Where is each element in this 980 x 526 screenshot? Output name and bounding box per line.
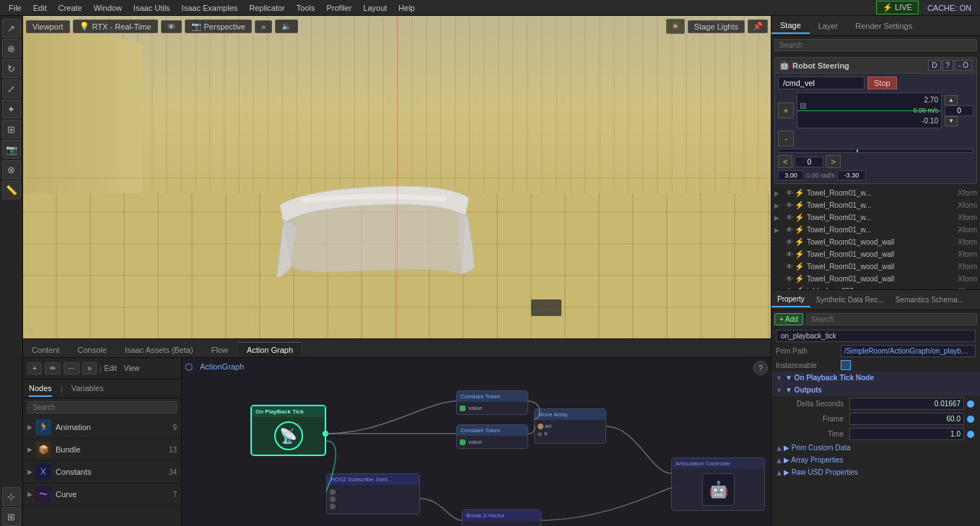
edit-label[interactable]: Edit: [105, 364, 117, 372]
prim-custom-section[interactable]: ▶ ▶ Prim Custom Data: [771, 442, 980, 454]
menu-isaac-examples[interactable]: Isaac Examples: [176, 2, 244, 14]
more-btn[interactable]: ···: [64, 362, 79, 374]
stage-list-item[interactable]: ▶ 👁 ⚡ Towel_Room01_w... Xform: [771, 224, 980, 236]
stage-list-item[interactable]: ▶ 👁 ⚡ Towel_Room01_w... Xform: [771, 187, 980, 199]
graph-canvas[interactable]: ⬡ ActionGraph ? On PlayBack Tick 📡: [182, 358, 771, 526]
vis-icon[interactable]: 👁: [786, 214, 793, 222]
prop-search-input[interactable]: [806, 313, 977, 325]
camera-eye-btn[interactable]: 👁: [161, 20, 182, 33]
node-ros2-subscribe[interactable]: ROS2 Subscribe Joint...: [326, 473, 420, 514]
prop-tab-property[interactable]: Property: [771, 292, 810, 307]
help-btn[interactable]: ?: [753, 361, 768, 375]
subtab-nodes[interactable]: Nodes: [29, 381, 52, 397]
rs-d-btn[interactable]: D: [928, 60, 940, 71]
rs-speed1[interactable]: [778, 170, 804, 180]
rs-stop-btn[interactable]: Stop: [867, 76, 897, 89]
stage-tab-layer[interactable]: Layer: [810, 19, 847, 33]
toolbar-transform[interactable]: ✦: [2, 100, 21, 118]
list-item[interactable]: ▶ 📦 Bundle 13: [23, 439, 181, 461]
stage-list-item[interactable]: 👁 ⚡ Towel_Room01_wood_wall Xform: [771, 260, 980, 273]
edit-btn[interactable]: ✏: [45, 362, 61, 374]
node-move-array[interactable]: Move Array arr ✕: [534, 408, 606, 444]
tab-console[interactable]: Console: [69, 342, 116, 357]
stage-tab-render[interactable]: Render Settings: [846, 19, 921, 33]
rs-center-val2[interactable]: [795, 157, 823, 167]
rs-minus-btn[interactable]: -: [778, 131, 794, 146]
rs-question-btn[interactable]: ?: [942, 60, 954, 71]
pin-btn[interactable]: 📌: [748, 19, 768, 33]
menu-file[interactable]: File: [3, 2, 27, 14]
viewport[interactable]: Viewport 💡 RTX - Real-Time 👁 📷 Perspecti…: [23, 16, 771, 338]
menu-tools[interactable]: Tools: [291, 2, 321, 14]
stage-lights-btn[interactable]: Stage Lights: [688, 20, 745, 33]
menu-isaac-utils[interactable]: Isaac Utils: [128, 2, 176, 14]
prop-node-section[interactable]: ▼ ▼ On Playback Tick Node: [771, 372, 980, 384]
chevron-btn[interactable]: »: [255, 20, 272, 33]
prop-outputs-section[interactable]: ▼ ▼ Outputs: [771, 384, 980, 396]
sun-btn[interactable]: ☀: [666, 19, 685, 34]
menu-create[interactable]: Create: [53, 2, 88, 14]
view-mode-btn[interactable]: 📷 Perspective: [185, 19, 252, 33]
render-mode-btn[interactable]: 💡 RTX - Real-Time: [73, 19, 158, 33]
toolbar-move[interactable]: ⊕: [2, 39, 21, 58]
toolbar-camera[interactable]: 📷: [2, 140, 21, 159]
vis-icon[interactable]: 👁: [786, 275, 793, 283]
view-label[interactable]: View: [124, 364, 140, 372]
vis-icon[interactable]: 👁: [786, 238, 793, 246]
instanceable-checkbox[interactable]: [841, 360, 851, 370]
add-node-btn[interactable]: +: [27, 362, 42, 374]
rs-h-slider[interactable]: [778, 149, 974, 153]
list-item[interactable]: ▶ 🏃 Animation 9: [23, 416, 181, 439]
list-item[interactable]: ▶ 〜 Curve 7: [23, 483, 181, 506]
subtab-variables[interactable]: Variables: [71, 381, 104, 397]
stage-list-item[interactable]: 👁 ⚡ Towel_Room01_wood_wall Xform: [771, 273, 980, 285]
toolbar-measure[interactable]: 📏: [2, 180, 21, 199]
toolbar-snap[interactable]: ⊞: [2, 120, 21, 139]
toolbar-grid[interactable]: ⊞: [2, 507, 21, 526]
node-constant-token-2[interactable]: Constant Token value: [456, 424, 528, 449]
rs-plus-btn[interactable]: +: [778, 102, 794, 118]
stage-tab-stage[interactable]: Stage: [771, 18, 810, 34]
list-item[interactable]: ▶ X Constants 34: [23, 461, 181, 483]
toolbar-cursor[interactable]: ⊹: [2, 487, 21, 506]
prop-add-btn[interactable]: + Add: [774, 313, 803, 325]
menu-window[interactable]: Window: [88, 2, 128, 14]
raw-usd-section[interactable]: ▶ ▶ Raw USD Properties: [771, 466, 980, 478]
prop-name-value[interactable]: on_playback_tick: [776, 330, 976, 342]
rs-spin-down[interactable]: ▼: [945, 116, 958, 126]
menu-layout[interactable]: Layout: [357, 2, 393, 14]
array-props-section[interactable]: ▶ ▶ Array Properties: [771, 454, 980, 466]
toolbar-scale[interactable]: ⤢: [2, 79, 21, 98]
toolbar-select[interactable]: ↗: [2, 19, 21, 38]
prop-tab-synthetic[interactable]: Synthetic Data Rec...: [810, 293, 890, 307]
tab-isaac-assets[interactable]: Isaac Assets (Beta): [116, 342, 203, 357]
node-constant-token-1[interactable]: Constant Token value: [456, 390, 528, 415]
vis-icon[interactable]: 👁: [786, 201, 793, 209]
menu-edit[interactable]: Edit: [27, 2, 53, 14]
stage-list-item[interactable]: 👁 ⚡ Towel_Room01_wood_wall Xform: [771, 248, 980, 260]
rs-topic-input[interactable]: [778, 76, 865, 89]
vis-icon[interactable]: 👁: [786, 250, 793, 258]
rs-left-arrow[interactable]: <: [778, 155, 792, 168]
rs-handle[interactable]: [800, 103, 806, 109]
rs-right-arrow[interactable]: >: [826, 155, 840, 168]
tab-action-graph[interactable]: Action Graph: [237, 342, 302, 357]
vis-icon[interactable]: 👁: [786, 226, 793, 234]
menu-profiler[interactable]: Profiler: [320, 2, 357, 14]
node-articulation-ctrl[interactable]: Articulation Controller 🤖: [671, 457, 765, 511]
vis-icon[interactable]: 👁: [786, 287, 793, 289]
menu-help[interactable]: Help: [393, 2, 421, 14]
toolbar-rotate[interactable]: ↻: [2, 59, 21, 78]
menu-replicator[interactable]: Replicator: [243, 2, 291, 14]
vis-icon[interactable]: 👁: [786, 189, 793, 197]
stage-list-item[interactable]: 👁 ⚡ Towel_Room01_wood_wall Xform: [771, 236, 980, 248]
node-on-playback-tick[interactable]: On PlayBack Tick 📡: [250, 405, 326, 456]
node-break-3-vector[interactable]: Break 3-Vector x y z: [462, 509, 541, 526]
stage-list-item[interactable]: ▶ 👁 ⚡ Towel_Room01_w... Xform: [771, 211, 980, 224]
prop-tab-semantics[interactable]: Semantics Schema...: [890, 293, 969, 307]
audio-btn[interactable]: 🔈: [275, 19, 298, 33]
stage-search-input[interactable]: [774, 39, 977, 51]
rs-spin-up[interactable]: ▲: [945, 95, 958, 105]
expand-btn[interactable]: »: [82, 362, 97, 374]
stage-list-item[interactable]: ▶ 👁 ⚡ Towel_Room01_w... Xform: [771, 199, 980, 211]
